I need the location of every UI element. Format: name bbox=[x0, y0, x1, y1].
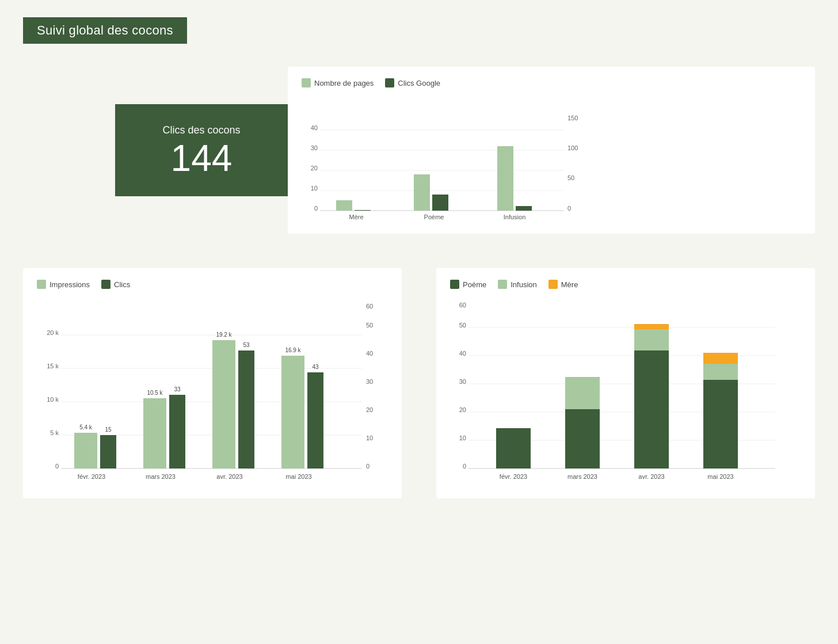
svg-rect-73 bbox=[496, 428, 531, 468]
bottom-right-chart-svg: 0 10 20 30 40 50 60 févr. 2023 mars 2023 bbox=[450, 297, 795, 487]
svg-text:avr. 2023: avr. 2023 bbox=[638, 473, 664, 480]
legend-dot-mere bbox=[548, 280, 558, 289]
svg-rect-84 bbox=[703, 353, 738, 364]
legend-clics-google: Clics Google bbox=[385, 78, 440, 87]
svg-text:mai 2023: mai 2023 bbox=[707, 473, 733, 480]
svg-text:15 k: 15 k bbox=[47, 363, 59, 369]
legend-impressions: Impressions bbox=[37, 280, 90, 289]
legend-infusion: Infusion bbox=[498, 280, 537, 289]
kpi-value: 144 bbox=[171, 140, 233, 177]
svg-text:Infusion: Infusion bbox=[504, 214, 526, 220]
svg-text:10: 10 bbox=[311, 185, 318, 192]
svg-text:40: 40 bbox=[311, 124, 318, 131]
svg-text:50: 50 bbox=[366, 322, 373, 329]
svg-text:30: 30 bbox=[311, 144, 318, 151]
svg-rect-47 bbox=[169, 395, 185, 468]
bottom-right-chart: Poème Infusion Mère 0 10 20 30 40 50 60 bbox=[436, 268, 815, 498]
top-bar-chart-svg: 0 10 20 30 40 0 50 100 150 Mère bbox=[302, 96, 578, 222]
svg-text:0: 0 bbox=[463, 463, 466, 470]
svg-text:0: 0 bbox=[314, 205, 318, 212]
svg-text:60: 60 bbox=[459, 302, 466, 308]
svg-text:40: 40 bbox=[459, 350, 466, 357]
svg-text:10: 10 bbox=[459, 435, 466, 441]
legend-clics: Clics bbox=[101, 280, 130, 289]
kpi-label: Clics des cocons bbox=[162, 124, 240, 136]
svg-text:mars 2023: mars 2023 bbox=[567, 473, 597, 480]
bottom-left-chart: Impressions Clics 0 5 k 10 k 15 k 20 k 0… bbox=[23, 268, 402, 498]
svg-text:30: 30 bbox=[459, 378, 466, 385]
svg-text:20 k: 20 k bbox=[47, 329, 59, 336]
svg-text:mai 2023: mai 2023 bbox=[285, 473, 311, 480]
svg-text:60: 60 bbox=[366, 303, 373, 310]
svg-rect-45 bbox=[143, 398, 166, 468]
svg-rect-20 bbox=[497, 146, 513, 211]
svg-rect-75 bbox=[565, 409, 600, 468]
legend-label-impressions: Impressions bbox=[49, 280, 90, 289]
legend-dot-poeme bbox=[450, 280, 459, 289]
legend-label-nombre-pages: Nombre de pages bbox=[314, 79, 374, 87]
legend-dot-light-green bbox=[302, 78, 311, 87]
svg-rect-15 bbox=[355, 210, 371, 211]
svg-text:févr. 2023: févr. 2023 bbox=[78, 473, 105, 480]
svg-text:0: 0 bbox=[55, 463, 59, 470]
svg-rect-17 bbox=[414, 174, 430, 211]
svg-rect-78 bbox=[634, 350, 669, 468]
svg-rect-55 bbox=[281, 356, 304, 468]
bottom-right-legend: Poème Infusion Mère bbox=[450, 280, 801, 289]
svg-rect-76 bbox=[565, 377, 600, 409]
legend-dot-clics bbox=[101, 280, 111, 289]
svg-text:5 k: 5 k bbox=[50, 429, 59, 436]
svg-text:150: 150 bbox=[567, 115, 578, 121]
legend-nombre-pages: Nombre de pages bbox=[302, 78, 374, 87]
svg-rect-83 bbox=[703, 364, 738, 380]
legend-poeme: Poème bbox=[450, 280, 486, 289]
svg-rect-21 bbox=[516, 206, 532, 211]
svg-text:15: 15 bbox=[105, 426, 112, 433]
svg-text:20: 20 bbox=[459, 406, 466, 413]
svg-rect-52 bbox=[238, 350, 254, 468]
svg-text:avr. 2023: avr. 2023 bbox=[216, 473, 242, 480]
svg-text:19.2 k: 19.2 k bbox=[216, 331, 232, 338]
legend-dot-impressions bbox=[37, 280, 46, 289]
kpi-box: Clics des cocons 144 bbox=[115, 104, 288, 196]
svg-text:30: 30 bbox=[366, 378, 373, 385]
svg-text:43: 43 bbox=[312, 364, 319, 370]
svg-rect-14 bbox=[336, 200, 352, 211]
legend-dot-infusion bbox=[498, 280, 507, 289]
svg-rect-42 bbox=[100, 435, 116, 468]
svg-text:50: 50 bbox=[567, 174, 574, 181]
svg-text:mars 2023: mars 2023 bbox=[146, 473, 176, 480]
bottom-left-chart-svg: 0 5 k 10 k 15 k 20 k 0 10 20 30 40 50 60… bbox=[37, 297, 382, 487]
svg-text:50: 50 bbox=[459, 322, 466, 329]
svg-text:0: 0 bbox=[366, 463, 370, 470]
bottom-left-legend: Impressions Clics bbox=[37, 280, 388, 289]
svg-text:53: 53 bbox=[243, 342, 250, 348]
svg-text:40: 40 bbox=[366, 350, 373, 357]
svg-text:10: 10 bbox=[366, 435, 373, 441]
svg-text:33: 33 bbox=[174, 386, 181, 393]
svg-text:Poème: Poème bbox=[424, 214, 444, 220]
page-title: Suivi global des cocons bbox=[23, 17, 187, 44]
svg-text:10.5 k: 10.5 k bbox=[147, 390, 163, 396]
top-bar-chart: Nombre de pages Clics Google 0 10 20 30 … bbox=[288, 67, 815, 234]
legend-label-mere: Mère bbox=[561, 280, 578, 289]
legend-mere: Mère bbox=[548, 280, 578, 289]
svg-text:févr. 2023: févr. 2023 bbox=[500, 473, 527, 480]
legend-dot-dark-green bbox=[385, 78, 394, 87]
svg-text:5.4 k: 5.4 k bbox=[79, 424, 93, 430]
svg-text:10 k: 10 k bbox=[47, 396, 59, 403]
svg-rect-40 bbox=[74, 433, 97, 468]
legend-label-clics-google: Clics Google bbox=[398, 79, 440, 87]
svg-text:0: 0 bbox=[567, 205, 571, 212]
svg-rect-18 bbox=[432, 195, 448, 211]
svg-rect-79 bbox=[634, 329, 669, 350]
svg-text:20: 20 bbox=[366, 406, 373, 413]
svg-rect-82 bbox=[703, 380, 738, 468]
svg-text:16.9 k: 16.9 k bbox=[285, 347, 301, 353]
top-chart-legend: Nombre de pages Clics Google bbox=[302, 78, 801, 87]
svg-rect-50 bbox=[212, 340, 235, 468]
svg-text:20: 20 bbox=[311, 165, 318, 172]
svg-rect-80 bbox=[634, 324, 669, 329]
legend-label-infusion: Infusion bbox=[511, 280, 537, 289]
legend-label-clics: Clics bbox=[114, 280, 130, 289]
